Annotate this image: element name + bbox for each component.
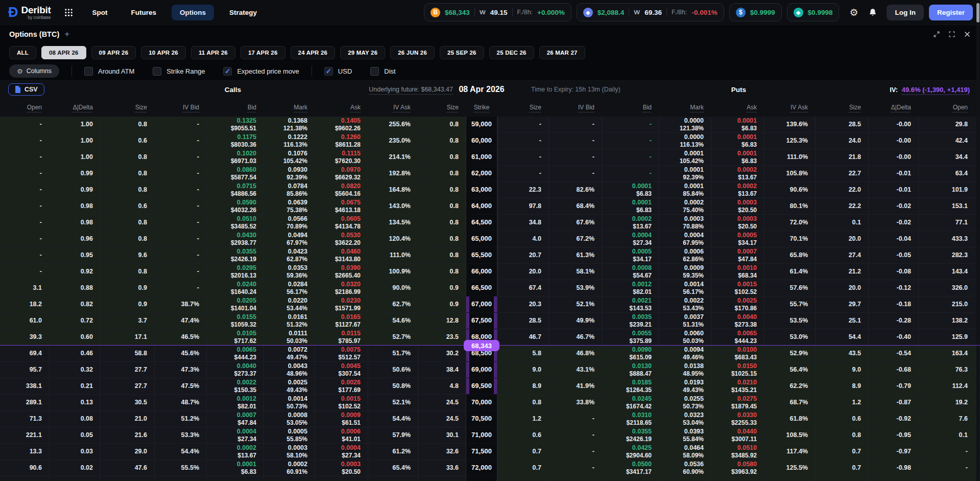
put-ask-cell[interactable]: 0.0002$13.67 <box>711 182 764 198</box>
strike-cell[interactable]: 67,000 <box>466 296 497 313</box>
call-bid-cell[interactable]: 0.0510$3485.52 <box>206 215 264 231</box>
put-ask-cell[interactable]: 0.0330$2255.33 <box>711 411 764 427</box>
call-bid-cell[interactable]: 0.0205$1401.04 <box>206 296 264 313</box>
call-mark-cell[interactable]: 0.035359.36% <box>264 264 315 280</box>
call-ask-cell[interactable]: 0.0075$512.57 <box>315 346 368 362</box>
put-mark-cell[interactable]: 0.000467.95% <box>659 231 711 247</box>
put-bid-cell[interactable]: 0.0001$6.83 <box>602 182 659 198</box>
col-header-iv-ask[interactable]: IV Ask <box>764 104 815 111</box>
call-ask-cell[interactable]: 0.0675$4613.18 <box>315 198 368 215</box>
expiry-tab-all[interactable]: ALL <box>9 46 36 59</box>
col-header-size[interactable]: Size <box>815 104 868 111</box>
strike-cell[interactable]: 72,500 <box>466 476 497 481</box>
strike-cell[interactable]: 67,500 <box>466 313 497 329</box>
call-bid-cell[interactable]: 0.0240$1640.24 <box>206 280 264 296</box>
strike-cell[interactable]: 64,000 <box>466 198 497 215</box>
call-mark-cell[interactable]: 0.042362.87% <box>264 247 315 264</box>
checkbox-around-atm[interactable] <box>84 67 93 76</box>
call-ask-cell[interactable]: 0.0115$785.97 <box>315 329 368 346</box>
expiry-tab-10-apr-26[interactable]: 10 APR 26 <box>141 46 186 59</box>
put-ask-cell[interactable]: 0.0005$34.17 <box>711 231 764 247</box>
put-mark-cell[interactable]: 0.046458.09% <box>659 444 711 460</box>
col-header-bid[interactable]: Bid <box>602 104 659 111</box>
call-bid-cell[interactable]: 0.0002$13.67 <box>206 444 264 460</box>
put-ask-cell[interactable]: 0.0210$1435.21 <box>711 378 764 395</box>
put-ask-cell[interactable]: 0.0100$683.43 <box>711 346 764 362</box>
put-ask-cell[interactable]: 0.0040$273.38 <box>711 313 764 329</box>
put-mark-cell[interactable]: 0.000192.39% <box>659 166 711 182</box>
ticker-usdc[interactable]: $$0.9999 <box>729 3 782 21</box>
put-ask-cell[interactable]: 0.0001$6.83 <box>711 149 764 166</box>
put-mark-cell[interactable]: 0.039355.84% <box>659 427 711 444</box>
col-header-open[interactable]: Open <box>0 104 49 111</box>
strike-cell[interactable]: 69,000 <box>466 362 497 378</box>
call-mark-cell[interactable]: 0.1076105.42% <box>264 149 315 166</box>
put-bid-cell[interactable]: 0.0004$27.34 <box>602 231 659 247</box>
filter-expected-price-move[interactable]: ✓Expected price move <box>223 67 299 76</box>
call-mark-cell[interactable]: 0.056670.89% <box>264 215 315 231</box>
call-ask-cell[interactable]: 0.0320$2186.99 <box>315 280 368 296</box>
col-header-open[interactable]: Open <box>918 104 980 111</box>
strike-cell[interactable]: 63,000 <box>466 182 497 198</box>
put-ask-cell[interactable]: 0.0001$6.83 <box>711 117 764 133</box>
call-mark-cell[interactable]: 0.049467.97% <box>264 231 315 247</box>
put-bid-cell[interactable]: - <box>602 117 659 133</box>
call-bid-cell[interactable] <box>206 476 264 481</box>
put-mark-cell[interactable]: 0.000275.40% <box>659 198 711 215</box>
call-mark-cell[interactable]: 0.1368121.38% <box>264 117 315 133</box>
notifications-bell-icon[interactable] <box>868 8 877 17</box>
strike-cell[interactable]: 70,500 <box>466 411 497 427</box>
put-ask-cell[interactable]: 0.0001$6.83 <box>711 133 764 149</box>
filter-strike-range[interactable]: Strike Range <box>153 67 205 76</box>
put-mark-cell[interactable]: 0.0000116.13% <box>659 133 711 149</box>
nav-item-spot[interactable]: Spot <box>84 5 116 20</box>
strike-cell[interactable]: 69,500 <box>466 378 497 395</box>
put-bid-cell[interactable]: 0.0001$6.83 <box>602 198 659 215</box>
expiry-tab-24-apr-26[interactable]: 24 APR 26 <box>291 46 336 59</box>
checkbox-dist[interactable] <box>370 67 379 76</box>
settings-gear-icon[interactable]: ⚙ <box>849 8 858 17</box>
put-ask-cell[interactable]: 0.0025$170.86 <box>711 296 764 313</box>
call-ask-cell[interactable]: 0.0820$5604.16 <box>315 182 368 198</box>
strike-cell[interactable]: 66,500 <box>466 280 497 296</box>
call-mark-cell[interactable]: 0.0001 <box>264 476 315 481</box>
put-bid-cell[interactable]: 0.0012$82.01 <box>602 280 659 296</box>
call-bid-cell[interactable]: 0.0105$717.62 <box>206 329 264 346</box>
ticker-eth[interactable]: ◆$2,088.4W69.36F./8h:-0.001% <box>577 3 724 21</box>
expiry-tab-08-apr-26[interactable]: 08 APR 26 <box>41 46 86 59</box>
call-mark-cell[interactable]: 0.004348.96% <box>264 362 315 378</box>
put-mark-cell[interactable]: 0.002253.43% <box>659 296 711 313</box>
put-bid-cell[interactable]: 0.0425$2904.60 <box>602 444 659 460</box>
strike-cell[interactable]: 66,000 <box>466 264 497 280</box>
call-mark-cell[interactable]: 0.011150.03% <box>264 329 315 346</box>
put-ask-cell[interactable]: 0.0510$3485.92 <box>711 444 764 460</box>
register-button[interactable]: Register <box>929 5 973 20</box>
col-header-mark[interactable]: Mark <box>659 104 711 111</box>
call-ask-cell[interactable]: 0.0001 <box>315 476 368 481</box>
put-ask-cell[interactable]: 0.0007$47.84 <box>711 247 764 264</box>
call-ask-cell[interactable]: 0.0026$177.69 <box>315 378 368 395</box>
put-mark-cell[interactable]: 0.053660.90% <box>659 460 711 476</box>
call-ask-cell[interactable]: 0.0006$41.01 <box>315 427 368 444</box>
col-header-ask[interactable]: Ask <box>711 104 764 111</box>
call-ask-cell[interactable]: 0.1405$9602.26 <box>315 117 368 133</box>
call-ask-cell[interactable]: 0.0003$20.50 <box>315 460 368 476</box>
call-ask-cell[interactable]: 0.0004$27.34 <box>315 444 368 460</box>
call-bid-cell[interactable]: 0.1175$8030.36 <box>206 133 264 149</box>
put-mark-cell[interactable]: 0.000370.88% <box>659 215 711 231</box>
call-bid-cell[interactable]: 0.0022$150.35 <box>206 378 264 395</box>
call-bid-cell[interactable]: 0.0012$82.01 <box>206 395 264 411</box>
put-ask-cell[interactable]: 0.0275$1879.45 <box>711 395 764 411</box>
put-bid-cell[interactable]: 0.0005$34.17 <box>602 247 659 264</box>
call-mark-cell[interactable]: 0.028456.17% <box>264 280 315 296</box>
put-bid-cell[interactable]: - <box>602 166 659 182</box>
col-header-ask[interactable]: Ask <box>315 104 368 111</box>
add-widget-plus-icon[interactable]: + <box>64 29 69 39</box>
scrollbar-thumb[interactable] <box>976 3 979 22</box>
call-mark-cell[interactable]: 0.022053.44% <box>264 296 315 313</box>
apps-grid-icon[interactable] <box>64 8 73 17</box>
call-bid-cell[interactable]: 0.1325$9055.51 <box>206 117 264 133</box>
call-mark-cell[interactable]: 0.000260.91% <box>264 460 315 476</box>
put-mark-cell[interactable]: 0.0681 <box>659 476 711 481</box>
call-bid-cell[interactable]: 0.0007$47.84 <box>206 411 264 427</box>
